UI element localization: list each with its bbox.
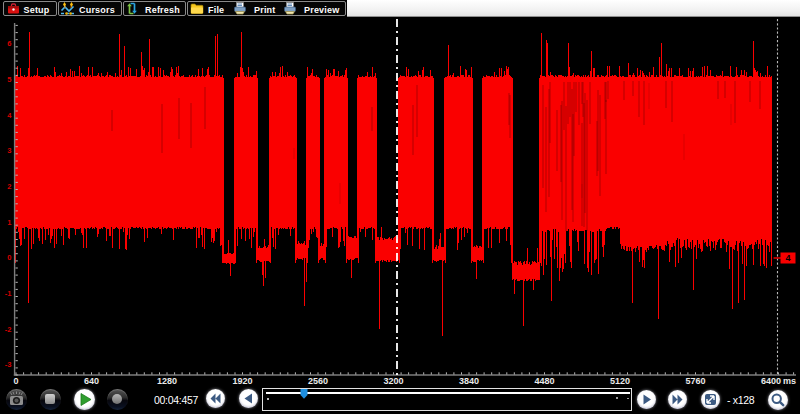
svg-text:0: 0 (13, 376, 18, 386)
svg-text:-2: -2 (5, 325, 12, 334)
svg-text:-1: -1 (5, 289, 12, 298)
svg-text:5120: 5120 (610, 376, 630, 386)
svg-text:2560: 2560 (308, 376, 328, 386)
svg-text:0: 0 (7, 253, 11, 262)
svg-text:5: 5 (7, 75, 11, 84)
svg-text:640: 640 (84, 376, 99, 386)
svg-text:3840: 3840 (459, 376, 479, 386)
svg-text:4: 4 (785, 253, 790, 263)
svg-text:3200: 3200 (383, 376, 403, 386)
svg-text:1280: 1280 (157, 376, 177, 386)
svg-text:3: 3 (7, 146, 11, 155)
svg-text:-3: -3 (5, 360, 12, 369)
svg-text:2: 2 (7, 182, 11, 191)
svg-text:4480: 4480 (534, 376, 554, 386)
svg-text:1920: 1920 (232, 376, 252, 386)
svg-text:ms: ms (783, 376, 796, 386)
svg-text:6: 6 (7, 39, 11, 48)
svg-text:5760: 5760 (685, 376, 705, 386)
svg-text:1: 1 (7, 218, 11, 227)
svg-text:6400: 6400 (761, 376, 781, 386)
